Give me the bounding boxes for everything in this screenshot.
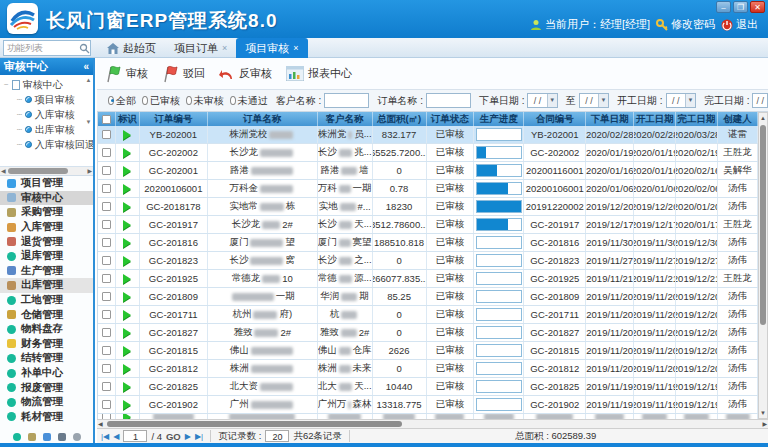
sidebar-item-审核中心[interactable]: 审核中心 (0, 191, 93, 206)
last-page-button[interactable]: ▶| (195, 432, 203, 441)
row-checkbox[interactable] (102, 382, 111, 391)
sidebar-item-退货管理[interactable]: 退货管理 (0, 234, 93, 249)
column-header-标识[interactable]: 标识 (116, 112, 140, 126)
tree-horizontal-scrollbar[interactable]: ◀▶ (0, 167, 93, 176)
tab-close-icon[interactable]: × (222, 43, 227, 53)
order-row-GC-202002[interactable]: GC-202002长沙龙长沙兆...65525.7200...已审核GC-202… (98, 144, 758, 162)
book-icon[interactable] (58, 433, 66, 441)
order-row-GC-201925[interactable]: GC-201925常德龙10常德源...266077.835...已审核GC-2… (98, 270, 758, 288)
sidebar-item-退库管理[interactable]: 退库管理 (0, 249, 93, 264)
驳回-button[interactable]: 驳回 (162, 65, 205, 83)
sidebar-item-结转管理[interactable]: 结转管理 (0, 351, 93, 366)
tab-起始页[interactable]: 起始页 (98, 38, 165, 58)
grid-horizontal-scrollbar[interactable]: ◀▶ (97, 419, 768, 428)
select-all-checkbox[interactable] (102, 115, 111, 124)
row-checkbox[interactable] (102, 220, 111, 229)
sidebar-item-项目管理[interactable]: 项目管理 (0, 176, 93, 191)
row-checkbox[interactable] (102, 274, 111, 283)
sidebar-item-生产管理[interactable]: 生产管理 (0, 264, 93, 279)
sidebar-item-仓储管理[interactable]: 仓储管理 (0, 307, 93, 322)
radio-未通过[interactable] (230, 96, 236, 105)
change-password-button[interactable]: 修改密码 (656, 17, 715, 32)
tab-项目审核[interactable]: 项目审核× (236, 38, 307, 58)
radio-全部[interactable] (108, 96, 114, 105)
restore-button[interactable]: ❐ (733, 1, 748, 13)
order-row-20200106001[interactable]: 20200106001万科金万科一期0.78已审核202001060012020… (98, 180, 758, 198)
order-row-GC-201917[interactable]: GC-201917长沙龙2#长沙天...8512.78600...已审核GC-2… (98, 216, 758, 234)
tree-item-项目审核[interactable]: ┄项目审核 (4, 92, 93, 107)
order-name-input[interactable] (426, 93, 471, 108)
order-row-GC-201816[interactable]: GC-201816厦门望厦门寞望188510.818已审核GC-20181620… (98, 234, 758, 252)
order-row-GC-2018178[interactable]: GC-2018178实地常栋实地#...18230已审核201912200022… (98, 198, 758, 216)
row-checkbox[interactable] (102, 166, 111, 175)
tree-root[interactable]: −审核中心 (4, 77, 93, 92)
column-header-总面积(㎡)[interactable]: 总面积(㎡) (373, 112, 427, 126)
search-icon[interactable] (79, 43, 90, 54)
审核-button[interactable]: 审核 (105, 65, 148, 83)
row-checkbox[interactable] (102, 256, 111, 265)
sidebar-item-采购管理[interactable]: 采购管理 (0, 205, 93, 220)
sidebar-item-报废管理[interactable]: 报废管理 (0, 380, 93, 395)
row-checkbox[interactable] (102, 364, 111, 373)
tab-项目订单[interactable]: 项目订单× (165, 38, 236, 58)
sidebar-item-工地管理[interactable]: 工地管理 (0, 293, 93, 308)
tree-item-出库审核[interactable]: ┄出库审核 (4, 122, 93, 137)
hscroll-thumb[interactable] (107, 421, 402, 427)
chevron-down-icon[interactable]: ▼ (547, 94, 557, 107)
column-header-订单名称[interactable]: 订单名称 (208, 112, 318, 126)
order-date-to-input[interactable]: / /▼ (579, 93, 609, 108)
pen-icon[interactable] (43, 433, 51, 441)
order-row-GC-201815[interactable]: GC-201815佛山佛山仓库2626已审核GC-2018152019/11/2… (98, 342, 758, 360)
cart-icon[interactable] (28, 433, 36, 441)
go-button[interactable]: GO (166, 431, 181, 442)
sidebar-item-补单中心[interactable]: 补单中心 (0, 366, 93, 381)
order-row-GC-202001[interactable]: GC-202001路港路港墙0已审核202001160012020/01/162… (98, 162, 758, 180)
finish-date-input[interactable]: / / (752, 93, 768, 108)
first-page-button[interactable]: |◀ (101, 432, 109, 441)
close-button[interactable]: ✕ (750, 1, 765, 13)
row-checkbox[interactable] (102, 310, 111, 319)
column-header-客户名称[interactable]: 客户名称 (318, 112, 373, 126)
collapse-icon[interactable]: « (83, 61, 89, 72)
order-row-GC-201827[interactable]: GC-201827雅致2#雅致2#0已审核GC-2018272019/11/20… (98, 324, 758, 342)
start-date-input[interactable]: / /▼ (666, 93, 696, 108)
报表中心-button[interactable]: 报表中心 (286, 66, 352, 81)
order-date-from-input[interactable]: / /▼ (527, 93, 557, 108)
order-row-GC-201711[interactable]: GC-201711杭州府)杭0已审核GC-2017112019/11/20201… (98, 306, 758, 324)
page-number-input[interactable]: 1 (123, 430, 147, 442)
反审核-button[interactable]: 反审核 (219, 66, 272, 81)
order-row-GC-201812[interactable]: GC-201812株洲株洲未来0已审核GC-2018122019/11/2020… (98, 360, 758, 378)
order-row-GC-201825[interactable]: GC-201825北大资北大天...10440已审核GC-2018252019/… (98, 378, 758, 396)
row-checkbox[interactable] (102, 400, 111, 409)
column-header-创建人[interactable]: 创建人 (718, 112, 758, 126)
chevron-down-icon[interactable]: ▼ (685, 94, 695, 107)
tab-close-icon[interactable]: × (293, 43, 298, 53)
customer-name-input[interactable] (324, 93, 369, 108)
grid-vertical-scrollbar[interactable]: ▲▼ (758, 112, 768, 419)
order-row-YB-202001[interactable]: YB-202001株洲党校株洲党员...832.177已审核YB-2020012… (98, 126, 758, 144)
column-header-选择[interactable] (98, 112, 116, 126)
vscroll-thumb[interactable] (760, 125, 766, 325)
column-header-订单编号[interactable]: 订单编号 (140, 112, 208, 126)
row-checkbox[interactable] (102, 346, 111, 355)
order-row-GC-201823[interactable]: GC-201823长沙窝长沙之...0已审核GC-2018232019/11/2… (98, 252, 758, 270)
tree-vertical-scrollbar[interactable]: ▲▼ (85, 77, 92, 147)
column-header-生产进度[interactable]: 生产进度 (474, 112, 524, 126)
column-header-合同编号[interactable]: 合同编号 (524, 112, 586, 126)
sidebar-item-入库管理[interactable]: 入库管理 (0, 220, 93, 235)
sidebar-item-出库管理[interactable]: 出库管理 (0, 278, 93, 293)
page-size-input[interactable]: 20 (265, 430, 289, 442)
row-checkbox[interactable] (102, 130, 111, 139)
column-header-开工日期[interactable]: 开工日期 (634, 112, 676, 126)
sidebar-item-财务管理[interactable]: 财务管理 (0, 337, 93, 352)
prev-page-button[interactable]: ◀ (113, 432, 119, 441)
row-checkbox[interactable] (102, 148, 111, 157)
tree-item-入库审核[interactable]: ┄入库审核 (4, 107, 93, 122)
sidebar-item-物流管理[interactable]: 物流管理 (0, 395, 93, 410)
column-header-下单日期[interactable]: 下单日期 (586, 112, 634, 126)
order-row-GC-201902[interactable]: GC-201902广州广州万森林13318.775已审核GC-201902201… (98, 396, 758, 414)
row-checkbox[interactable] (102, 184, 111, 193)
chevron-down-icon[interactable]: ▼ (598, 94, 608, 107)
column-header-完工日期[interactable]: 完工日期 (676, 112, 718, 126)
radio-未审核[interactable] (186, 96, 192, 105)
